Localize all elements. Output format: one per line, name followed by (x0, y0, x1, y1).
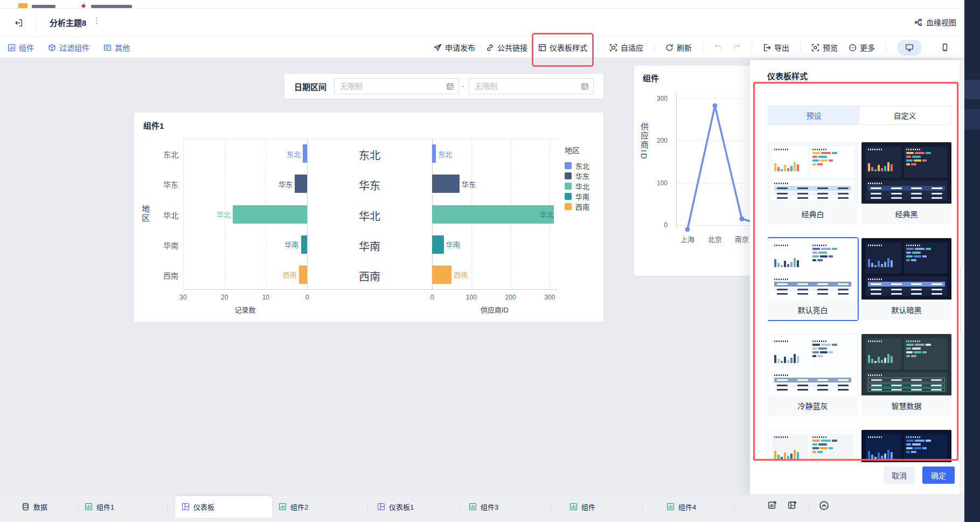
undo-icon (714, 44, 722, 52)
theme-card-2[interactable]: 默认亮白 (768, 238, 858, 320)
tab-component-2-label: 组件2 (290, 502, 308, 512)
mini-cell (871, 187, 881, 189)
bar-row: 华东 (432, 175, 558, 193)
more-icon (849, 44, 857, 52)
tab-component[interactable]: 组件 (569, 502, 595, 512)
component-1-bar-chart[interactable]: 组件1 地区 东北华东华北华南西南 地区东北东北东北东北华东华东华东华东华北华北… (134, 113, 603, 322)
middle-category-label: 西南 (307, 268, 432, 284)
mini-cell (911, 283, 922, 285)
style-tab-preset[interactable]: 预设 (768, 106, 859, 124)
legend-item[interactable]: 华北 (565, 181, 589, 191)
legend-item[interactable]: 华东 (565, 171, 589, 181)
cancel-button[interactable]: 取消 (884, 467, 915, 484)
tab-component-2[interactable]: 组件2 (279, 502, 308, 512)
mini-cell (817, 293, 828, 295)
theme-card-4[interactable]: 冷静蓝灰 (768, 334, 858, 416)
refresh-button[interactable]: 刷新 (665, 42, 692, 53)
refresh-button-label: 刷新 (677, 42, 692, 53)
theme-card-3[interactable]: 默认暗黑 (861, 238, 951, 320)
style-tab-custom[interactable]: 自定义 (859, 106, 950, 124)
redo-button[interactable] (733, 44, 741, 52)
redo-icon (733, 44, 741, 52)
chart-icon (279, 503, 287, 511)
mini-hbar-row (812, 156, 851, 158)
legend-item[interactable]: 华南 (565, 191, 589, 201)
legend-swatch (565, 162, 572, 169)
category-label: 西南 (150, 270, 178, 281)
date-start-field[interactable] (334, 78, 459, 94)
mini-hbar-chart (810, 242, 853, 274)
browser-tab-fragment[interactable] (91, 5, 132, 8)
lineage-view-button[interactable]: 血缘视图 (914, 17, 956, 27)
mini-cell (797, 289, 808, 290)
mini-table-row (774, 192, 851, 196)
collapse-bar-button[interactable] (819, 500, 829, 512)
mini-table-header (868, 282, 945, 287)
component-line-chart[interactable]: 组件 供应商ID 3002001000上海北京南京 (634, 66, 758, 276)
theme-card-1[interactable]: 经典黑 (861, 142, 951, 224)
mini-bars (774, 344, 805, 363)
tab-component-4[interactable]: 组件4 (666, 502, 696, 512)
date-range-filter-card[interactable]: 日期区间 - (284, 74, 603, 99)
mini-hbar-row (906, 252, 945, 254)
mini-table-row (868, 388, 945, 392)
mini-table-header (868, 378, 945, 382)
mini-cell (817, 385, 828, 386)
export-button[interactable]: 导出 (763, 42, 789, 53)
mini-hbar-chart (904, 147, 947, 178)
publish-button[interactable]: 申请发布 (434, 42, 475, 53)
theme-card[interactable] (861, 430, 951, 462)
public-link-button[interactable]: 公共链接 (486, 42, 527, 53)
mini-hbar-row (812, 440, 851, 442)
theme-card-0[interactable]: 经典白 (768, 142, 858, 224)
tab-dashboard-1[interactable]: 仪表板1 (377, 502, 414, 512)
tab-dashboard[interactable]: 仪表板 (182, 502, 214, 512)
legend-item[interactable]: 西南 (565, 201, 589, 212)
mini-cell (817, 187, 828, 189)
theme-thumbnail (768, 238, 858, 300)
mini-hbar-row (812, 447, 851, 449)
mobile-view-button[interactable] (933, 40, 957, 55)
other-button[interactable]: 其他 (103, 42, 130, 53)
theme-card-5[interactable]: 智慧数据 (861, 334, 951, 416)
axis-tick: 0 (430, 294, 434, 301)
legend-label: 华北 (575, 181, 589, 191)
mini-hbar-row (906, 259, 945, 261)
legend-item[interactable]: 东北 (565, 161, 589, 171)
date-start-input[interactable] (339, 81, 446, 91)
mini-table-header (774, 378, 851, 382)
component-button[interactable]: 组件 (8, 42, 34, 53)
filter-component-button[interactable]: 过滤组件 (48, 42, 89, 53)
confirm-button[interactable]: 确定 (922, 467, 955, 484)
mini-hbar-row (906, 451, 945, 453)
thumb-row (866, 434, 947, 462)
panel-title: 仪表板样式 (767, 70, 808, 81)
browser-tab-fragment[interactable] (32, 5, 55, 8)
desktop-view-button[interactable] (897, 40, 922, 55)
mini-table (772, 372, 853, 392)
undo-button[interactable] (714, 44, 722, 52)
more-button[interactable]: 更多 (849, 42, 875, 53)
date-end-input[interactable] (474, 81, 581, 91)
bar (301, 235, 308, 254)
mini-cell (777, 187, 788, 189)
date-end-field[interactable] (469, 78, 594, 94)
tab-data[interactable]: 数据 (22, 502, 47, 512)
adaptive-button[interactable]: 自适应 (609, 42, 643, 53)
legend-label: 华南 (575, 191, 589, 201)
tab-component-1[interactable]: 组件1 (85, 502, 114, 512)
bi-dashboard-editor: 分析主题8 血缘视图 组件过滤组件其他 申请发布公共链接仪表板样式自适应刷新导出… (0, 0, 980, 522)
mini-table-header (774, 282, 851, 287)
preview-button[interactable]: 预览 (811, 42, 838, 53)
bar-row: 西南 (432, 266, 558, 284)
dashboard-style-button[interactable]: 仪表板样式 (538, 42, 587, 53)
bar-row: 华北 (432, 205, 558, 224)
add-component-button[interactable] (768, 500, 777, 511)
x-axis-tick: 上海 (680, 234, 694, 244)
mini-title (812, 245, 826, 246)
exit-edit-button[interactable] (10, 14, 27, 31)
theme-card[interactable] (768, 430, 858, 462)
add-dashboard-button[interactable] (788, 500, 797, 511)
subject-menu-button[interactable] (93, 17, 101, 26)
tab-component-3[interactable]: 组件3 (469, 502, 498, 512)
